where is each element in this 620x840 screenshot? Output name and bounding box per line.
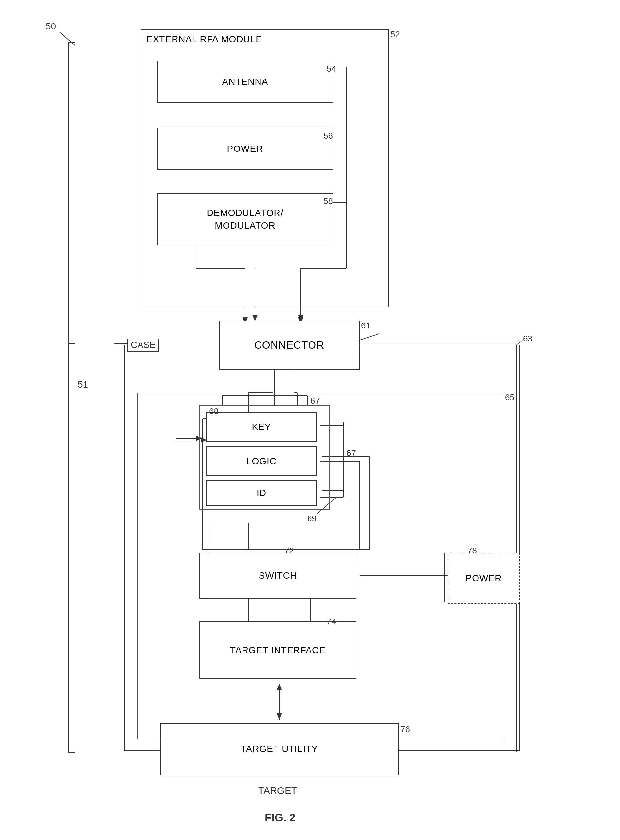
ref-68: 68 bbox=[209, 406, 219, 416]
key-box: KEY bbox=[206, 412, 317, 442]
svg-line-48 bbox=[360, 334, 379, 340]
ref-78: 78 bbox=[467, 546, 477, 556]
power-case-box: POWER bbox=[448, 553, 520, 603]
ref-52: 52 bbox=[391, 29, 400, 39]
ref-76: 76 bbox=[400, 724, 410, 735]
switch-label: SWITCH bbox=[259, 570, 297, 581]
ref-65: 65 bbox=[505, 392, 515, 403]
target-utility-box: TARGET UTILITY bbox=[160, 723, 399, 775]
target-label: TARGET bbox=[258, 785, 297, 796]
connector-box: CONNECTOR bbox=[219, 321, 360, 369]
logic-box: LOGIC bbox=[206, 446, 317, 476]
svg-line-50 bbox=[516, 340, 523, 345]
id-label: ID bbox=[257, 488, 266, 498]
demodulator-label: DEMODULATOR/ MODULATOR bbox=[207, 207, 284, 232]
antenna-label: ANTENNA bbox=[222, 77, 268, 87]
case-label: CASE bbox=[128, 339, 159, 351]
ref-50: 50 bbox=[46, 21, 56, 32]
logic-label: LOGIC bbox=[247, 456, 277, 466]
power-rfa-label: POWER bbox=[227, 143, 263, 154]
power-rfa-box: POWER bbox=[157, 128, 333, 170]
external-rfa-label: EXTERNAL RFA MODULE bbox=[146, 34, 262, 44]
svg-line-0 bbox=[60, 32, 75, 46]
ref-61: 61 bbox=[361, 321, 371, 331]
ref-58: 58 bbox=[324, 196, 333, 207]
ref-67a: 67 bbox=[310, 396, 320, 406]
target-utility-label: TARGET UTILITY bbox=[241, 744, 318, 754]
key-label: KEY bbox=[252, 422, 271, 432]
diagram-container: 50 51 EXTERNAL RFA MODULE 52 ANTENNA 54 … bbox=[0, 0, 620, 840]
ref-74: 74 bbox=[327, 617, 336, 627]
switch-box: SWITCH bbox=[199, 553, 356, 599]
ref-54: 54 bbox=[327, 64, 336, 74]
id-box: ID bbox=[206, 480, 317, 506]
connector-label: CONNECTOR bbox=[254, 339, 325, 351]
ref-72: 72 bbox=[284, 546, 294, 556]
figure-label: FIG. 2 bbox=[265, 811, 295, 824]
target-interface-label: TARGET INTERFACE bbox=[230, 643, 325, 657]
target-interface-box: TARGET INTERFACE bbox=[199, 621, 356, 679]
ref-63: 63 bbox=[523, 334, 533, 344]
ref-56: 56 bbox=[324, 131, 333, 141]
ref-67b: 67 bbox=[346, 448, 356, 458]
ref-69: 69 bbox=[307, 514, 317, 524]
ref-51: 51 bbox=[78, 379, 88, 390]
demodulator-box: DEMODULATOR/ MODULATOR bbox=[157, 193, 333, 245]
power-case-label: POWER bbox=[466, 573, 502, 584]
antenna-box: ANTENNA bbox=[157, 60, 333, 103]
